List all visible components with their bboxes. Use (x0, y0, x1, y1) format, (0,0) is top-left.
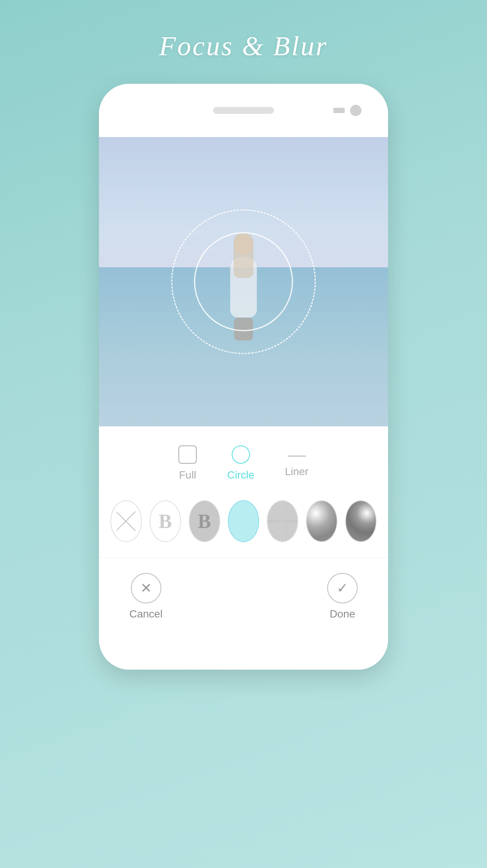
full-mode-icon (178, 445, 197, 464)
blur-none-option[interactable] (110, 500, 142, 542)
title-area: Focus & Blur (0, 0, 487, 77)
photo-canvas[interactable] (99, 137, 388, 426)
blur-selected-option[interactable] (228, 500, 259, 542)
controls-area: Full Circle Liner B B (99, 426, 388, 639)
mode-full[interactable]: Full (178, 445, 197, 481)
blur-white-label: B (159, 510, 172, 533)
blur-dots-option[interactable] (267, 500, 298, 542)
no-blur-icon (113, 508, 139, 535)
blur-type-selector: B B (99, 489, 388, 558)
circle-mode-icon (232, 445, 250, 464)
action-bar: ✕ Cancel ✓ Done (99, 558, 388, 639)
phone-frame: Full Circle Liner B B (99, 84, 388, 670)
done-button[interactable]: ✓ Done (327, 573, 358, 620)
done-icon-circle: ✓ (327, 573, 358, 603)
cancel-label: Cancel (129, 608, 162, 620)
mode-liner[interactable]: Liner (285, 449, 309, 478)
cancel-icon-circle: ✕ (131, 573, 161, 603)
full-mode-label: Full (179, 469, 196, 481)
blur-corner-option[interactable] (345, 500, 377, 542)
phone-status-right (333, 105, 361, 116)
x-icon: ✕ (140, 581, 152, 595)
focus-circle-outer (171, 209, 316, 354)
phone-top-bar (99, 84, 388, 137)
signal-bars-icon (333, 108, 345, 113)
mode-selector: Full Circle Liner (99, 426, 388, 489)
phone-bottom-bar (99, 639, 388, 670)
app-title: Focus & Blur (0, 30, 487, 62)
check-icon: ✓ (337, 581, 348, 595)
phone-speaker (213, 107, 274, 114)
blur-white-option[interactable]: B (150, 500, 181, 542)
circle-mode-label: Circle (227, 469, 255, 481)
done-label: Done (330, 608, 355, 620)
camera-icon (350, 105, 361, 116)
blur-gray-label: B (198, 510, 211, 533)
liner-mode-icon (288, 456, 306, 460)
blur-radial-option[interactable] (306, 500, 337, 542)
mode-circle[interactable]: Circle (227, 445, 255, 481)
liner-mode-label: Liner (285, 466, 309, 478)
cancel-button[interactable]: ✕ Cancel (129, 573, 162, 620)
blur-gray-option[interactable]: B (189, 500, 220, 542)
